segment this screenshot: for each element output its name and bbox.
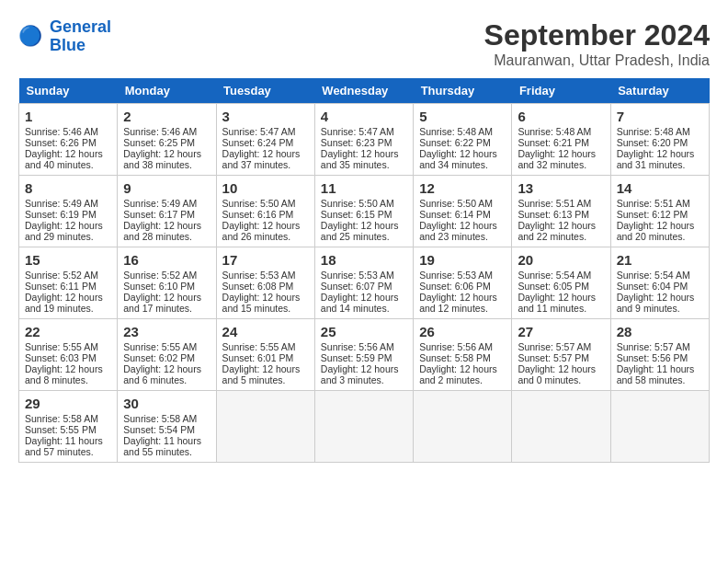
empty-cell	[216, 391, 314, 463]
sunrise: Sunrise: 5:46 AM	[25, 126, 98, 137]
sunrise: Sunrise: 5:52 AM	[25, 270, 98, 281]
day-number: 25	[321, 324, 407, 339]
day-cell: 1 Sunrise: 5:46 AM Sunset: 6:26 PM Dayli…	[19, 104, 118, 176]
daylight-label: Daylight: 12 hours and 6 minutes.	[123, 363, 201, 385]
calendar-row: 15 Sunrise: 5:52 AM Sunset: 6:11 PM Dayl…	[19, 247, 710, 319]
day-cell: 16 Sunrise: 5:52 AM Sunset: 6:10 PM Dayl…	[118, 247, 216, 319]
day-number: 23	[123, 324, 210, 339]
day-cell: 8 Sunrise: 5:49 AM Sunset: 6:19 PM Dayli…	[19, 176, 118, 247]
daylight-label: Daylight: 12 hours and 26 minutes.	[222, 220, 301, 242]
daylight-label: Daylight: 12 hours and 11 minutes.	[518, 292, 596, 314]
sunset: Sunset: 5:59 PM	[321, 352, 392, 363]
page-subtitle: Mauranwan, Uttar Pradesh, India	[484, 52, 710, 69]
day-cell: 11 Sunrise: 5:50 AM Sunset: 6:15 PM Dayl…	[314, 176, 413, 247]
day-cell: 12 Sunrise: 5:50 AM Sunset: 6:14 PM Dayl…	[414, 176, 512, 247]
daylight-label: Daylight: 12 hours and 28 minutes.	[123, 220, 201, 242]
sunset: Sunset: 6:12 PM	[617, 209, 688, 220]
day-number: 3	[222, 109, 309, 124]
day-number: 1	[25, 109, 111, 124]
day-cell: 18 Sunrise: 5:53 AM Sunset: 6:07 PM Dayl…	[314, 247, 413, 319]
day-number: 13	[518, 180, 604, 196]
sunrise: Sunrise: 5:55 AM	[25, 341, 98, 352]
day-number: 20	[518, 252, 604, 268]
day-cell: 27 Sunrise: 5:57 AM Sunset: 5:57 PM Dayl…	[512, 319, 610, 391]
calendar-row: 22 Sunrise: 5:55 AM Sunset: 6:03 PM Dayl…	[19, 319, 710, 391]
sunset: Sunset: 5:55 PM	[25, 424, 97, 435]
sunrise: Sunrise: 5:50 AM	[222, 198, 296, 209]
day-number: 2	[123, 109, 210, 124]
sunset: Sunset: 6:01 PM	[222, 352, 294, 363]
day-cell: 26 Sunrise: 5:56 AM Sunset: 5:58 PM Dayl…	[414, 319, 512, 391]
sunrise: Sunrise: 5:56 AM	[321, 341, 394, 352]
day-number: 28	[617, 324, 703, 339]
sunrise: Sunrise: 5:52 AM	[123, 270, 197, 281]
sunrise: Sunrise: 5:49 AM	[25, 198, 98, 209]
sunrise: Sunrise: 5:46 AM	[123, 126, 197, 137]
daylight-label: Daylight: 12 hours and 2 minutes.	[419, 363, 497, 385]
logo: 🔵 General Blue	[18, 18, 111, 55]
page-title: September 2024	[484, 18, 710, 52]
daylight-label: Daylight: 12 hours and 0 minutes.	[518, 363, 596, 385]
day-number: 14	[617, 180, 703, 196]
day-number: 22	[25, 324, 111, 339]
day-cell: 30 Sunrise: 5:58 AM Sunset: 5:54 PM Dayl…	[118, 391, 216, 463]
day-number: 4	[321, 109, 407, 124]
sunrise: Sunrise: 5:55 AM	[123, 341, 197, 352]
col-saturday: Saturday	[610, 78, 709, 104]
sunset: Sunset: 6:06 PM	[419, 281, 491, 292]
sunrise: Sunrise: 5:53 AM	[222, 270, 296, 281]
sunset: Sunset: 6:19 PM	[25, 209, 97, 220]
day-number: 6	[518, 109, 604, 124]
day-number: 9	[123, 180, 210, 196]
daylight-label: Daylight: 12 hours and 15 minutes.	[222, 292, 301, 314]
sunrise: Sunrise: 5:54 AM	[518, 270, 591, 281]
day-number: 26	[419, 324, 506, 339]
sunset: Sunset: 6:13 PM	[518, 209, 589, 220]
daylight-label: Daylight: 12 hours and 40 minutes.	[25, 148, 103, 170]
logo-line1: General	[50, 17, 111, 36]
header: 🔵 General Blue September 2024 Mauranwan,…	[18, 18, 710, 69]
col-tuesday: Tuesday	[216, 78, 314, 104]
day-number: 15	[25, 252, 111, 268]
day-cell: 6 Sunrise: 5:48 AM Sunset: 6:21 PM Dayli…	[512, 104, 610, 176]
sunset: Sunset: 6:22 PM	[419, 137, 491, 148]
calendar-row: 1 Sunrise: 5:46 AM Sunset: 6:26 PM Dayli…	[19, 104, 710, 176]
day-cell: 10 Sunrise: 5:50 AM Sunset: 6:16 PM Dayl…	[216, 176, 314, 247]
day-cell: 15 Sunrise: 5:52 AM Sunset: 6:11 PM Dayl…	[19, 247, 118, 319]
daylight-label: Daylight: 12 hours and 20 minutes.	[617, 220, 695, 242]
sunrise: Sunrise: 5:58 AM	[123, 413, 197, 424]
day-cell: 5 Sunrise: 5:48 AM Sunset: 6:22 PM Dayli…	[414, 104, 512, 176]
daylight-label: Daylight: 12 hours and 5 minutes.	[222, 363, 301, 385]
daylight-label: Daylight: 12 hours and 38 minutes.	[123, 148, 201, 170]
day-cell: 2 Sunrise: 5:46 AM Sunset: 6:25 PM Dayli…	[118, 104, 216, 176]
daylight-label: Daylight: 12 hours and 22 minutes.	[518, 220, 596, 242]
logo-icon: 🔵	[18, 23, 46, 51]
day-cell: 25 Sunrise: 5:56 AM Sunset: 5:59 PM Dayl…	[314, 319, 413, 391]
day-number: 27	[518, 324, 604, 339]
daylight-label: Daylight: 12 hours and 25 minutes.	[321, 220, 399, 242]
calendar-table: Sunday Monday Tuesday Wednesday Thursday…	[18, 78, 710, 463]
sunrise: Sunrise: 5:47 AM	[321, 126, 394, 137]
day-number: 16	[123, 252, 210, 268]
sunrise: Sunrise: 5:49 AM	[123, 198, 197, 209]
col-sunday: Sunday	[19, 78, 118, 104]
daylight-label: Daylight: 12 hours and 3 minutes.	[321, 363, 399, 385]
daylight-label: Daylight: 12 hours and 14 minutes.	[321, 292, 399, 314]
sunset: Sunset: 6:05 PM	[518, 281, 589, 292]
daylight-label: Daylight: 12 hours and 31 minutes.	[617, 148, 695, 170]
logo-line2: Blue	[50, 36, 85, 54]
sunrise: Sunrise: 5:56 AM	[419, 341, 493, 352]
day-number: 18	[321, 252, 407, 268]
day-number: 21	[617, 252, 703, 268]
daylight-label: Daylight: 12 hours and 12 minutes.	[419, 292, 497, 314]
sunrise: Sunrise: 5:47 AM	[222, 126, 296, 137]
empty-cell	[512, 391, 610, 463]
empty-cell	[610, 391, 709, 463]
day-cell: 22 Sunrise: 5:55 AM Sunset: 6:03 PM Dayl…	[19, 319, 118, 391]
day-cell: 29 Sunrise: 5:58 AM Sunset: 5:55 PM Dayl…	[19, 391, 118, 463]
day-number: 29	[25, 396, 111, 411]
day-cell: 24 Sunrise: 5:55 AM Sunset: 6:01 PM Dayl…	[216, 319, 314, 391]
sunrise: Sunrise: 5:48 AM	[518, 126, 591, 137]
logo-text: General Blue	[50, 18, 111, 55]
day-cell: 28 Sunrise: 5:57 AM Sunset: 5:56 PM Dayl…	[610, 319, 709, 391]
